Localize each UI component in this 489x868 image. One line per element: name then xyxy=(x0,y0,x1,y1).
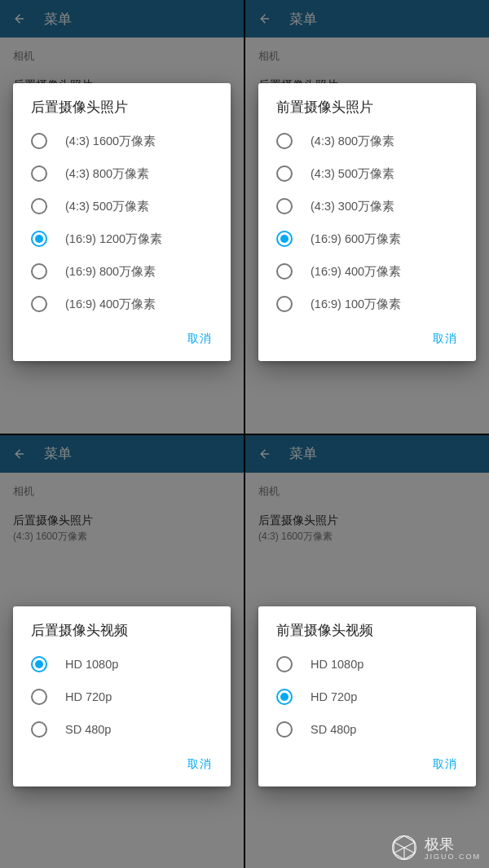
radio-icon xyxy=(31,231,47,247)
dialog-actions: 取消 xyxy=(258,322,476,355)
cancel-button[interactable]: 取消 xyxy=(179,327,219,351)
radio-icon xyxy=(276,689,293,705)
option-label: (16:9) 100万像素 xyxy=(311,297,401,312)
radio-option[interactable]: HD 1080p xyxy=(13,648,231,681)
option-label: (4:3) 800万像素 xyxy=(311,134,394,149)
option-label: (16:9) 400万像素 xyxy=(65,297,156,312)
option-label: (16:9) 1200万像素 xyxy=(65,231,162,247)
radio-option[interactable]: (16:9) 600万像素 xyxy=(258,223,476,255)
dialog-title: 前置摄像头照片 xyxy=(258,98,476,123)
cancel-button[interactable]: 取消 xyxy=(179,752,219,777)
dialog: 后置摄像头照片(4:3) 1600万像素(4:3) 800万像素(4:3) 50… xyxy=(13,83,231,361)
dialog-title: 后置摄像头视频 xyxy=(13,621,231,646)
option-label: SD 480p xyxy=(311,723,356,736)
option-list: HD 1080pHD 720pSD 480p xyxy=(258,646,476,747)
radio-icon xyxy=(31,198,47,214)
radio-option[interactable]: (4:3) 1600万像素 xyxy=(13,125,231,157)
dialog-title: 后置摄像头照片 xyxy=(13,98,231,123)
option-list: HD 1080pHD 720pSD 480p xyxy=(13,646,231,747)
cancel-button[interactable]: 取消 xyxy=(425,752,465,777)
screen-pane: 菜单相机后置摄像头照片(4:3) 1600万像素后置摄像头视频HD 1080pH… xyxy=(0,435,244,869)
radio-option[interactable]: (16:9) 400万像素 xyxy=(13,288,231,320)
radio-icon xyxy=(31,721,47,738)
radio-option[interactable]: (16:9) 1200万像素 xyxy=(13,223,231,255)
radio-icon xyxy=(276,656,293,672)
radio-option[interactable]: (4:3) 800万像素 xyxy=(13,157,231,190)
radio-icon xyxy=(276,165,293,182)
screenshot-grid: 菜单相机后置摄像头照片(前(后置摄像头照片(4:3) 1600万像素(4:3) … xyxy=(0,0,489,868)
radio-option[interactable]: (4:3) 500万像素 xyxy=(13,190,231,223)
dialog: 前置摄像头视频HD 1080pHD 720pSD 480p取消 xyxy=(258,606,476,786)
radio-option[interactable]: (4:3) 800万像素 xyxy=(258,125,476,157)
dialog-actions: 取消 xyxy=(258,747,476,780)
screen-pane: 菜单相机后置摄像头照片(前(后置摄像头照片(4:3) 1600万像素(4:3) … xyxy=(0,0,244,434)
option-label: (4:3) 500万像素 xyxy=(311,166,394,182)
radio-option[interactable]: HD 720p xyxy=(13,681,231,713)
option-label: (16:9) 600万像素 xyxy=(311,231,401,247)
option-label: (16:9) 800万像素 xyxy=(65,264,156,280)
option-label: (16:9) 400万像素 xyxy=(311,264,401,280)
radio-option[interactable]: HD 720p xyxy=(258,681,476,713)
option-label: (4:3) 500万像素 xyxy=(65,199,149,214)
radio-option[interactable]: (16:9) 800万像素 xyxy=(13,255,231,288)
radio-icon xyxy=(31,165,47,182)
dialog-actions: 取消 xyxy=(13,322,231,355)
option-label: HD 1080p xyxy=(311,658,363,671)
option-list: (4:3) 800万像素(4:3) 500万像素(4:3) 300万像素(16:… xyxy=(258,123,476,322)
option-label: SD 480p xyxy=(65,723,111,736)
radio-icon xyxy=(276,133,293,149)
dialog-title: 前置摄像头视频 xyxy=(258,621,476,646)
radio-option[interactable]: HD 1080p xyxy=(258,648,476,681)
radio-option[interactable]: SD 480p xyxy=(258,713,476,746)
radio-icon xyxy=(31,263,47,280)
radio-option[interactable]: SD 480p xyxy=(13,713,231,746)
radio-icon xyxy=(276,263,293,280)
radio-icon xyxy=(276,231,293,247)
radio-icon xyxy=(276,198,293,214)
option-label: (4:3) 300万像素 xyxy=(311,199,394,214)
option-label: (4:3) 800万像素 xyxy=(65,166,149,182)
radio-icon xyxy=(31,296,47,312)
dialog: 后置摄像头视频HD 1080pHD 720pSD 480p取消 xyxy=(13,606,231,786)
radio-icon xyxy=(31,133,47,149)
radio-icon xyxy=(31,689,47,705)
option-label: (4:3) 1600万像素 xyxy=(65,134,156,149)
screen-pane: 菜单相机后置摄像头照片(4:3) 1600万像素前置摄像头视频HD 1080pH… xyxy=(245,435,489,869)
option-label: HD 720p xyxy=(65,690,112,703)
radio-option[interactable]: (16:9) 100万像素 xyxy=(258,288,476,320)
dialog-actions: 取消 xyxy=(13,747,231,780)
radio-option[interactable]: (4:3) 500万像素 xyxy=(258,157,476,190)
radio-icon xyxy=(276,296,293,312)
option-label: HD 1080p xyxy=(65,658,118,671)
radio-icon xyxy=(276,721,293,738)
option-label: HD 720p xyxy=(311,690,357,703)
radio-icon xyxy=(31,656,47,672)
cancel-button[interactable]: 取消 xyxy=(425,327,465,351)
radio-option[interactable]: (4:3) 300万像素 xyxy=(258,190,476,223)
screen-pane: 菜单相机后置摄像头照片(前(前置摄像头照片(4:3) 800万像素(4:3) 5… xyxy=(245,0,489,434)
dialog: 前置摄像头照片(4:3) 800万像素(4:3) 500万像素(4:3) 300… xyxy=(258,83,476,361)
option-list: (4:3) 1600万像素(4:3) 800万像素(4:3) 500万像素(16… xyxy=(13,123,231,322)
radio-option[interactable]: (16:9) 400万像素 xyxy=(258,255,476,288)
